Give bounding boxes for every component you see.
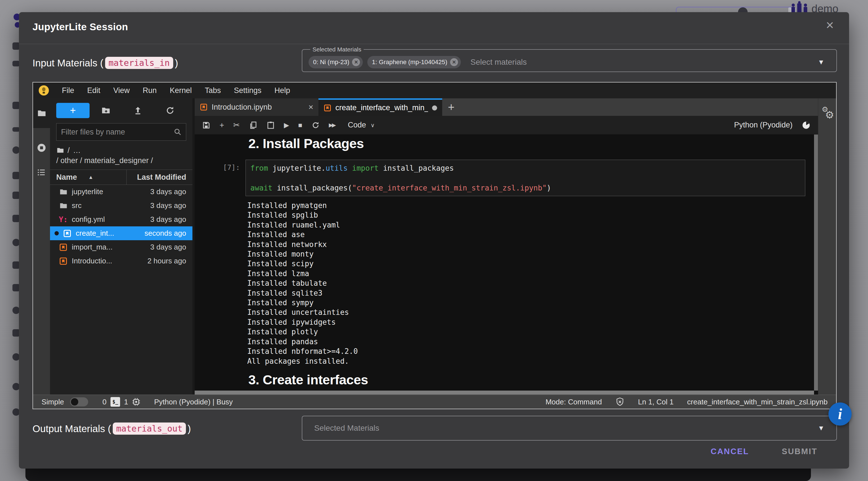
file-row-create-interface[interactable]: create_int... seconds ago xyxy=(50,227,192,240)
active-file-name[interactable]: create_interface_with_min_strain_zsl.ipy… xyxy=(687,398,828,407)
menu-settings[interactable]: Settings xyxy=(234,86,261,95)
column-name[interactable]: Name ▲ xyxy=(56,173,126,182)
menu-help[interactable]: Help xyxy=(274,86,290,95)
insert-cell-button[interactable]: + xyxy=(220,121,224,129)
run-cell-button[interactable]: ▶ xyxy=(284,122,289,128)
kernel-name-button[interactable]: Python (Pyodide) xyxy=(734,121,793,129)
cursor-position[interactable]: Ln 1, Col 1 xyxy=(638,398,674,407)
file-modified: 3 days ago xyxy=(150,201,186,210)
output-materials-placeholder: Selected Materials xyxy=(314,424,379,433)
jupyterlab-frame: File Edit View Run Kernel Tabs Settings … xyxy=(32,82,837,409)
folder-icon xyxy=(59,188,67,196)
folder-icon xyxy=(59,202,67,210)
menu-tabs[interactable]: Tabs xyxy=(205,86,221,95)
file-modified: 3 days ago xyxy=(150,215,186,224)
file-filter-input[interactable] xyxy=(60,127,174,137)
restart-run-all-button[interactable]: ▶▶ xyxy=(329,122,335,128)
home-folder-icon[interactable] xyxy=(56,146,64,154)
save-button[interactable] xyxy=(202,121,211,129)
output-materials-select[interactable]: Selected Materials ▼ xyxy=(302,416,837,441)
unsaved-changes-dot[interactable] xyxy=(432,106,437,111)
file-row-jupyterlite[interactable]: jupyterlite 3 days ago xyxy=(50,185,192,199)
file-name: import_ma... xyxy=(72,243,146,251)
upload-icon xyxy=(133,106,143,115)
terminals-count[interactable]: 0 xyxy=(102,398,106,407)
menu-run[interactable]: Run xyxy=(143,86,157,95)
chevron-down-icon[interactable]: ▼ xyxy=(818,58,825,66)
save-icon xyxy=(202,121,211,129)
restart-kernel-button[interactable] xyxy=(311,121,320,129)
new-launcher-button[interactable]: + xyxy=(56,103,90,118)
table-of-contents-tab[interactable] xyxy=(37,168,46,177)
submit-button[interactable]: SUBMIT xyxy=(782,447,817,456)
upload-button[interactable] xyxy=(122,106,154,115)
breadcrumb-ellipsis[interactable]: … xyxy=(73,145,81,155)
menu-edit[interactable]: Edit xyxy=(87,86,101,95)
kernel-status-text[interactable]: Python (Pyodide) | Busy xyxy=(154,398,232,407)
trusted-status-shield-icon[interactable] xyxy=(615,397,624,407)
code-cell-input[interactable]: from jupyterlite.utils import install_pa… xyxy=(246,160,805,196)
notebook-toolbar: + ✂ ▶ ■ xyxy=(195,116,818,134)
tab-close-icon[interactable]: × xyxy=(308,102,313,112)
dialog-close-icon[interactable]: × xyxy=(826,18,834,32)
breadcrumb-path[interactable]: / other / materials_designer / xyxy=(56,155,153,166)
tab-label: create_interface_with_min_ xyxy=(335,103,428,112)
file-row-config-yml[interactable]: Y: config.yml 3 days ago xyxy=(50,212,192,227)
material-chip-remove-icon[interactable]: × xyxy=(450,58,458,66)
cut-cell-button[interactable]: ✂ xyxy=(233,121,240,129)
tab-create-interface[interactable]: create_interface_with_min_ xyxy=(318,98,442,116)
copy-icon xyxy=(249,121,257,129)
notebook-horizontal-scrollbar[interactable] xyxy=(195,391,814,394)
kernel-chip-icon xyxy=(132,398,141,406)
new-folder-button[interactable] xyxy=(90,106,122,115)
menu-view[interactable]: View xyxy=(113,86,130,95)
file-modified: 2 hours ago xyxy=(148,257,186,265)
gear-icon: ⚙ xyxy=(825,109,834,121)
cancel-button[interactable]: CANCEL xyxy=(711,447,749,456)
info-button[interactable]: i xyxy=(829,402,851,426)
menu-file[interactable]: File xyxy=(62,86,74,95)
background-bottom-panel xyxy=(25,468,811,481)
jupyter-menubar: File Edit View Run Kernel Tabs Settings … xyxy=(33,83,836,98)
kernels-count[interactable]: 1 xyxy=(124,398,128,407)
tab-introduction[interactable]: Introduction.ipynb × xyxy=(195,98,318,116)
new-folder-icon xyxy=(101,106,111,115)
file-browser-tab[interactable] xyxy=(33,98,50,128)
running-sessions-tab[interactable] xyxy=(36,143,46,153)
file-modified: 3 days ago xyxy=(150,243,186,251)
kernel-busy-icon xyxy=(802,121,811,130)
property-inspector-panel: ⚙ ⚙ xyxy=(818,98,836,394)
status-bar: Simple 0 $_ 1 Python (Pyodide) | Busy Mo… xyxy=(33,394,836,409)
sort-ascending-icon: ▲ xyxy=(88,174,94,180)
file-name: src xyxy=(72,201,146,210)
file-row-import-materials[interactable]: import_ma... 3 days ago xyxy=(50,240,192,254)
file-row-src[interactable]: src 3 days ago xyxy=(50,199,192,212)
material-chip-remove-icon[interactable]: × xyxy=(352,58,360,66)
simple-mode-toggle[interactable] xyxy=(70,397,88,407)
column-last-modified[interactable]: Last Modified xyxy=(126,170,186,184)
file-row-introduction[interactable]: Introductio... 2 hours ago xyxy=(50,254,192,268)
list-icon xyxy=(37,168,46,177)
input-materials-label-suffix: ) xyxy=(175,57,178,69)
select-materials-placeholder[interactable]: Select materials xyxy=(470,58,527,67)
output-materials-label-prefix: Output Materials ( xyxy=(32,423,111,434)
kernel-status-indicator[interactable] xyxy=(802,121,811,130)
interrupt-kernel-button[interactable]: ■ xyxy=(298,122,302,128)
cell-type-select[interactable]: Code ∨ xyxy=(348,121,375,129)
breadcrumb-root[interactable]: / xyxy=(67,145,70,155)
cell-type-value: Code xyxy=(348,121,366,129)
selected-materials-select[interactable]: Selected Materials 0: Ni (mp-23) × 1: Gr… xyxy=(302,46,837,72)
notebook-mode-indicator[interactable]: Mode: Command xyxy=(546,398,602,407)
copy-cell-button[interactable] xyxy=(249,121,257,129)
file-name: Introductio... xyxy=(72,257,144,265)
notebook-vertical-scrollbar[interactable] xyxy=(814,134,818,391)
notebook-icon xyxy=(63,229,71,238)
material-chip[interactable]: 0: Ni (mp-23) × xyxy=(309,56,363,68)
material-chip[interactable]: 1: Graphene (mp-1040425) × xyxy=(367,56,461,68)
dialog-title-divider xyxy=(19,44,849,44)
paste-cell-button[interactable] xyxy=(267,121,275,129)
refresh-button[interactable] xyxy=(154,106,186,115)
add-tab-button[interactable]: + xyxy=(442,98,460,116)
menu-kernel[interactable]: Kernel xyxy=(170,86,192,95)
breadcrumb: / … / other / materials_designer / xyxy=(56,145,186,166)
